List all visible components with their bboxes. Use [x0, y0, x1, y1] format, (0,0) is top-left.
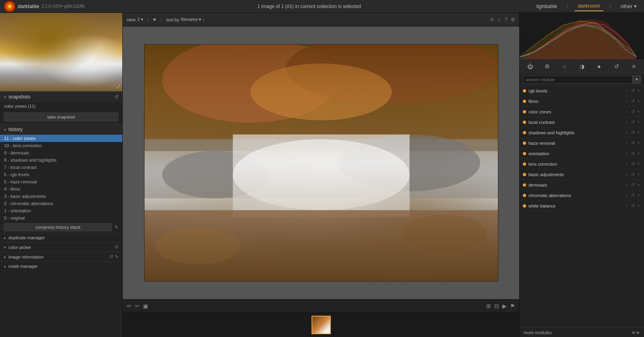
gear-icon[interactable]: ⚙: [542, 61, 553, 72]
search-module-button[interactable]: ▾: [633, 75, 641, 84]
history-header[interactable]: ▾ history: [0, 124, 122, 135]
module-item-filmic[interactable]: filmic ↓ ↺ +: [520, 96, 644, 107]
module-item-color-zones[interactable]: color zones ↓ ↺ +: [520, 107, 644, 117]
module-preset-icon[interactable]: ↓: [625, 161, 629, 167]
module-multi-icon[interactable]: +: [637, 140, 641, 146]
snapshots-header[interactable]: ▾ snapshots ↺: [0, 92, 122, 102]
tab-other[interactable]: other ▾: [617, 2, 640, 11]
module-reset-icon[interactable]: ↺: [630, 119, 636, 125]
module-item-chromatic-aberrations[interactable]: chromatic aberrations ↓ ↺ +: [520, 190, 644, 201]
module-preset-icon[interactable]: ↓: [625, 192, 629, 198]
module-multi-icon[interactable]: +: [637, 129, 641, 136]
module-reset-icon[interactable]: ↺: [630, 150, 636, 156]
sort-control[interactable]: sort by filename ▾ ↑: [166, 17, 205, 22]
circle-half-icon[interactable]: ◑: [576, 61, 588, 72]
module-multi-icon[interactable]: +: [637, 171, 641, 177]
module-multi-icon[interactable]: +: [637, 182, 641, 188]
mask-manager-section[interactable]: ▸ mask manager: [0, 261, 122, 271]
module-preset-icon[interactable]: ↓: [625, 88, 629, 94]
module-reset-icon[interactable]: ↺: [630, 192, 636, 198]
image-information-section[interactable]: ▸ image information ↺ ✎: [0, 252, 122, 261]
module-item-lens-correction[interactable]: lens correction ↓ ↺ +: [520, 159, 644, 169]
history-item[interactable]: 2 - chromatic aberrations: [0, 200, 122, 207]
circle-full-icon[interactable]: ●: [594, 61, 605, 72]
circle-empty-icon[interactable]: ○: [559, 61, 570, 72]
history-item[interactable]: 8 - shadows and highlights: [0, 156, 122, 164]
play-icon[interactable]: ▶: [502, 303, 507, 309]
view-control[interactable]: view 2 ▾: [127, 17, 143, 22]
module-preset-icon[interactable]: ↓: [625, 150, 629, 156]
refresh-icon[interactable]: ↺: [490, 17, 494, 23]
compress-history-button[interactable]: compress history stack: [4, 223, 112, 231]
history-item[interactable]: 9 - demosaic: [0, 149, 122, 156]
module-reset-icon[interactable]: ↺: [630, 98, 636, 104]
module-item-local-contrast[interactable]: local contrast ↓ ↺ +: [520, 117, 644, 127]
monitor-icon[interactable]: ▣: [143, 303, 148, 309]
snapshot-item[interactable]: color zones (11): [0, 102, 122, 110]
image-viewport[interactable]: [123, 27, 519, 299]
module-reset-icon[interactable]: ↺: [630, 140, 636, 146]
pencil-icon[interactable]: ✏: [127, 303, 132, 309]
module-reset-icon[interactable]: ↺: [630, 182, 636, 188]
flag-icon[interactable]: ⚑: [510, 303, 515, 309]
module-reset-icon[interactable]: ↺: [630, 129, 636, 136]
module-reset-icon[interactable]: ↺: [630, 109, 636, 115]
history-item[interactable]: 10 - lens correction: [0, 142, 122, 149]
history-item[interactable]: 5 - haze removal: [0, 178, 122, 185]
history-item[interactable]: 3 - basic adjustments: [0, 193, 122, 200]
module-reset-icon[interactable]: ↺: [630, 161, 636, 167]
module-multi-icon[interactable]: +: [637, 98, 641, 104]
module-multi-icon[interactable]: +: [637, 119, 641, 125]
module-multi-icon[interactable]: +: [637, 109, 641, 115]
grid-icon[interactable]: ⊞: [486, 303, 491, 309]
tab-darkroom[interactable]: darkroom: [575, 1, 603, 11]
help-icon[interactable]: ?: [505, 17, 508, 23]
module-preset-icon[interactable]: ↓: [625, 203, 629, 209]
module-multi-icon[interactable]: +: [637, 161, 641, 167]
module-multi-icon[interactable]: +: [637, 88, 641, 94]
module-item-demosaic[interactable]: demosaic ↓ ↺ +: [520, 180, 644, 190]
power-icon[interactable]: ⏻: [524, 61, 536, 72]
thumbnail-expand-icon[interactable]: ⤢: [116, 83, 121, 90]
module-preset-icon[interactable]: ↓: [625, 109, 629, 115]
module-multi-icon[interactable]: +: [637, 150, 641, 156]
history-item[interactable]: 11 - color zones: [0, 135, 122, 142]
module-multi-icon[interactable]: +: [637, 192, 641, 198]
settings-icon[interactable]: ⚙: [511, 17, 515, 23]
color-picker-section[interactable]: ▸ color picker ↺: [0, 242, 122, 252]
module-item-shadows-highlights[interactable]: shadows and highlights ↓ ↺ +: [520, 127, 644, 138]
tab-lighttable[interactable]: lighttable: [533, 2, 561, 11]
module-reset-icon[interactable]: ↺: [630, 88, 636, 94]
module-preset-icon[interactable]: ↓: [625, 129, 629, 136]
module-preset-icon[interactable]: ↓: [625, 119, 629, 125]
search-module-input[interactable]: [523, 76, 633, 84]
history-item[interactable]: 0 - original: [0, 214, 122, 222]
history-item[interactable]: 7 - local contrast: [0, 164, 122, 171]
module-item-white-balance[interactable]: white balance ↓ ↺ +: [520, 201, 644, 211]
module-reset-icon[interactable]: ↺: [630, 203, 636, 209]
history-item[interactable]: 6 - rgb levels: [0, 171, 122, 178]
refresh-icon[interactable]: ↺: [611, 61, 622, 72]
module-item-orientation[interactable]: orientation ↓ ↺ +: [520, 148, 644, 159]
crop-icon[interactable]: ✂: [135, 303, 140, 309]
module-reset-icon[interactable]: ↺: [630, 171, 636, 177]
module-item-basic-adjustments[interactable]: basic adjustments ↓ ↺ +: [520, 169, 644, 180]
more-modules-label[interactable]: more modules: [524, 330, 552, 335]
module-preset-icon[interactable]: ↓: [625, 140, 629, 146]
star-rating[interactable]: ★: [153, 17, 157, 22]
module-preset-icon[interactable]: ↓: [625, 171, 629, 177]
layers-icon[interactable]: ⊟: [494, 303, 499, 309]
bookmark-icon[interactable]: ☆: [497, 17, 502, 23]
module-item-rgb-levels[interactable]: rgb levels ↓ ↺ +: [520, 86, 644, 96]
history-item[interactable]: 4 - filmic: [0, 185, 122, 193]
history-item[interactable]: 1 - orientation: [0, 207, 122, 214]
module-preset-icon[interactable]: ↓: [625, 98, 629, 104]
module-multi-icon[interactable]: +: [637, 203, 641, 209]
filmstrip-thumbnail[interactable]: [312, 316, 331, 334]
module-item-haze-removal[interactable]: haze removal ↓ ↺ +: [520, 138, 644, 148]
take-snapshot-button[interactable]: take snapshot: [4, 113, 118, 121]
compress-edit-icon[interactable]: ✎: [114, 224, 118, 230]
module-preset-icon[interactable]: ↓: [625, 182, 629, 188]
duplicate-manager-section[interactable]: ▸ duplicate manager: [0, 233, 122, 242]
settings2-icon[interactable]: ≡: [628, 61, 640, 72]
